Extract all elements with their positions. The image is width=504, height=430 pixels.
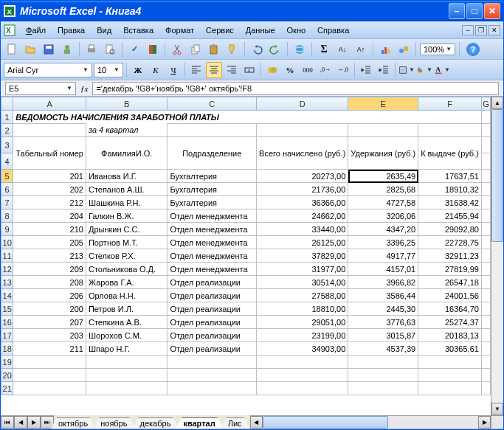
cell-empty[interactable] (168, 382, 257, 395)
cell-total[interactable]: 27588,00 (257, 289, 348, 302)
menu-help[interactable]: Справка (311, 24, 355, 36)
cell-dept[interactable]: Отдел реализации (168, 276, 257, 289)
row-header-15[interactable]: 15 (1, 302, 13, 316)
cell-num[interactable]: 210 (13, 223, 86, 236)
cell-name[interactable]: Степанов А.Ш. (86, 183, 168, 196)
percent-icon[interactable]: % (282, 62, 298, 78)
col-header-A[interactable]: A (13, 97, 86, 111)
row-header-11[interactable]: 11 (1, 249, 13, 263)
cell-empty[interactable] (86, 356, 168, 369)
mdi-minimize-button[interactable]: – (462, 25, 474, 35)
cell-empty[interactable] (481, 209, 490, 223)
cell-num[interactable]: 202 (13, 183, 86, 196)
scroll-right-icon[interactable]: ▶ (478, 416, 491, 429)
underline-button[interactable]: Ч (165, 62, 182, 78)
increase-indent-icon[interactable] (376, 62, 392, 78)
cell-withheld[interactable]: 3776,63 (348, 316, 418, 329)
cell-empty[interactable] (257, 124, 348, 137)
hdr-payout[interactable]: К выдаче (руб.) (418, 137, 482, 170)
cell-empty[interactable] (13, 356, 86, 369)
scroll-thumb-horizontal[interactable] (263, 416, 388, 429)
cell-dept[interactable]: Отдел менеджмента (168, 236, 257, 249)
cell-empty[interactable] (481, 302, 490, 316)
cell-total[interactable]: 29051,00 (257, 316, 348, 329)
row-header-16[interactable]: 16 (1, 316, 13, 329)
formula-input[interactable]: ='декабрь '!G8+'ноябрь '!G8+' октябрь'!F… (92, 82, 499, 95)
row-header-2[interactable]: 2 (1, 124, 13, 137)
decrease-decimal-icon[interactable]: ←,0 (335, 62, 351, 78)
cell-withheld[interactable]: 2825,68 (348, 183, 418, 196)
cell-num[interactable]: 205 (13, 236, 86, 249)
mdi-restore-button[interactable]: ❐ (475, 25, 487, 35)
cell-name[interactable]: Стольникова О.Д. (86, 263, 168, 276)
cell-payout[interactable]: 16364,70 (418, 302, 482, 316)
cell-empty[interactable] (481, 249, 490, 263)
help-icon[interactable]: ? (466, 43, 480, 56)
row-header-18[interactable]: 18 (1, 342, 13, 356)
scroll-up-icon[interactable]: ▲ (491, 97, 503, 109)
cell-empty[interactable] (481, 329, 490, 342)
cell-total[interactable]: 36366,00 (257, 196, 348, 209)
cell-dept[interactable]: Отдел реализации (168, 302, 257, 316)
cell-withheld[interactable]: 3396,25 (348, 236, 418, 249)
row-header-6[interactable]: 6 (1, 183, 13, 196)
currency-icon[interactable] (264, 62, 280, 78)
open-icon[interactable] (22, 41, 38, 58)
hdr-name[interactable]: ФамилияИ.О. (86, 137, 168, 170)
cell-dept[interactable]: Отдел менеджмента (168, 223, 257, 236)
cell-withheld[interactable]: 2445,30 (348, 302, 418, 316)
cell-empty[interactable] (481, 183, 490, 196)
cell-empty[interactable] (168, 356, 257, 369)
cell-empty[interactable] (348, 356, 418, 369)
font-combo[interactable]: Arial Cyr▼ (4, 63, 92, 77)
hdr-total[interactable]: Всего начислено (руб.) (257, 137, 348, 170)
cell-empty[interactable] (418, 356, 482, 369)
sort-desc-icon[interactable]: A↑ (353, 41, 369, 58)
hyperlink-icon[interactable] (291, 41, 308, 58)
copy-icon[interactable] (187, 41, 204, 58)
row-header-19[interactable]: 19 (1, 356, 13, 369)
cell-dept[interactable]: Отдел менеджмента (168, 263, 257, 276)
cell-dept[interactable]: Бухгалтерия (168, 183, 257, 196)
cell-A2[interactable] (13, 124, 86, 137)
minimize-button[interactable]: – (449, 3, 465, 19)
cell-withheld[interactable]: 4347,20 (348, 223, 418, 236)
cell-G4[interactable] (481, 153, 490, 170)
merge-center-icon[interactable]: a (241, 62, 258, 78)
cell-empty[interactable] (481, 289, 490, 302)
save-icon[interactable] (41, 41, 57, 58)
row-header-10[interactable]: 10 (1, 236, 13, 249)
horizontal-scrollbar[interactable]: ◀ ▶ (250, 415, 491, 429)
cell-empty[interactable] (481, 382, 490, 395)
print-icon[interactable] (83, 41, 100, 58)
cell-num[interactable]: 204 (13, 209, 86, 223)
cell-num[interactable]: 209 (13, 263, 86, 276)
cell-name[interactable]: Портнов М.Т. (86, 236, 168, 249)
scroll-down-icon[interactable]: ▼ (491, 403, 503, 415)
paste-icon[interactable] (206, 41, 222, 58)
cell-total[interactable]: 30514,00 (257, 276, 348, 289)
font-size-combo[interactable]: 10▼ (94, 63, 123, 77)
cell-dept[interactable]: Отдел менеджмента (168, 249, 257, 263)
cell-empty[interactable] (481, 236, 490, 249)
row-header-8[interactable]: 8 (1, 209, 13, 223)
cell-payout[interactable]: 25274,37 (418, 316, 482, 329)
cell-total[interactable]: 33440,00 (257, 223, 348, 236)
sheet-tab-квартал[interactable]: квартал (176, 417, 223, 429)
hdr-withheld[interactable]: Удержания (руб.) (348, 137, 418, 170)
row-header-9[interactable]: 9 (1, 223, 13, 236)
fill-color-icon[interactable]: ▼ (416, 62, 432, 78)
cell-empty[interactable] (257, 356, 348, 369)
cell-G3[interactable] (481, 137, 490, 153)
menu-window[interactable]: Окно (281, 24, 312, 36)
cell-payout[interactable]: 24001,56 (418, 289, 482, 302)
cell-dept[interactable]: Отдел реализации (168, 289, 257, 302)
cell-withheld[interactable]: 4537,39 (348, 342, 418, 356)
cell-empty[interactable] (13, 382, 86, 395)
cell-total[interactable]: 21736,00 (257, 183, 348, 196)
col-header-E[interactable]: E (348, 97, 418, 111)
subtitle-cell[interactable]: за 4 квартал (86, 124, 168, 137)
cell-withheld[interactable]: 3206,06 (348, 209, 418, 223)
row-header-14[interactable]: 14 (1, 289, 13, 302)
cell-name[interactable]: Дрынкин С.С. (86, 223, 168, 236)
